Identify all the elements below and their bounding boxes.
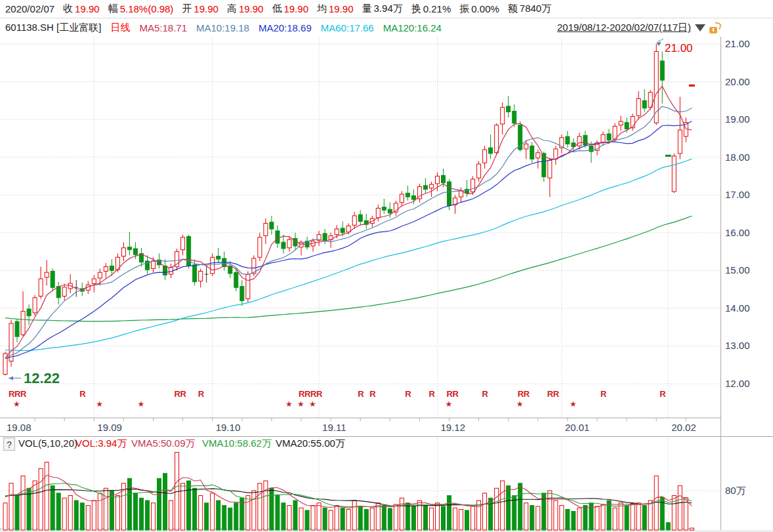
quote-field-2: 开19.90 bbox=[182, 3, 219, 15]
quote-info-bar: 2020/02/07 收19.90幅5.18%(0.98)开19.90高19.9… bbox=[0, 0, 773, 18]
svg-text:R: R bbox=[659, 389, 666, 399]
vma20-value: VMA20:55.00万 bbox=[276, 438, 345, 450]
svg-text:R: R bbox=[79, 389, 86, 399]
svg-text:19.10: 19.10 bbox=[216, 422, 241, 433]
candlestick-series bbox=[3, 44, 695, 375]
ma-label-1: MA10:19.18 bbox=[196, 22, 249, 33]
svg-text:18.00: 18.00 bbox=[725, 152, 750, 163]
svg-text:80万: 80万 bbox=[725, 485, 746, 496]
svg-text:R: R bbox=[553, 389, 560, 399]
quote-field-8: 振0.00% bbox=[459, 3, 499, 15]
vol-indicator-name: VOL(5,10,20) bbox=[18, 438, 77, 449]
svg-text:★: ★ bbox=[96, 399, 103, 409]
quote-field-0: 收19.90 bbox=[63, 3, 100, 15]
date-range-label[interactable]: 2019/08/12-2020/02/07(117日) bbox=[557, 22, 691, 34]
svg-text:15.00: 15.00 bbox=[725, 264, 750, 276]
vma5-value: VMA5:50.09万 bbox=[131, 438, 196, 450]
ma5-line bbox=[5, 86, 692, 358]
ma-label-0: MA5:18.71 bbox=[139, 22, 187, 33]
svg-text:17.00: 17.00 bbox=[725, 189, 750, 200]
unlock-icon[interactable] bbox=[709, 22, 719, 33]
svg-text:R: R bbox=[600, 389, 607, 399]
quote-field-1: 幅5.18%(0.98) bbox=[108, 3, 174, 15]
vol-value: VOL:3.94万 bbox=[75, 438, 127, 450]
ma20-line bbox=[5, 121, 692, 359]
svg-text:19.00: 19.00 bbox=[725, 113, 750, 125]
svg-text:21.00: 21.00 bbox=[665, 42, 693, 54]
price-axis-labels: 21.0020.0019.0018.0017.0016.0015.0014.00… bbox=[725, 38, 750, 496]
svg-text:16.00: 16.00 bbox=[725, 227, 750, 238]
svg-text:R: R bbox=[482, 389, 489, 399]
svg-text:13.00: 13.00 bbox=[725, 340, 750, 351]
time-axis-labels: 19.0819.0919.1019.1119.1220.0120.02 bbox=[7, 422, 696, 433]
svg-text:19.08: 19.08 bbox=[7, 422, 31, 433]
svg-text:20.00: 20.00 bbox=[725, 76, 750, 87]
svg-text:19.11: 19.11 bbox=[322, 422, 346, 433]
annotations-layer: 12.2221.00 bbox=[9, 39, 693, 386]
svg-text:★: ★ bbox=[570, 399, 577, 409]
svg-text:R: R bbox=[428, 389, 435, 399]
svg-text:12.00: 12.00 bbox=[725, 378, 750, 389]
volume-series bbox=[3, 453, 694, 531]
period-label[interactable]: 日线 bbox=[110, 22, 130, 34]
svg-text:★: ★ bbox=[137, 399, 144, 409]
svg-text:21.00: 21.00 bbox=[725, 38, 750, 49]
stock-chart-window: 2020/02/07 收19.90幅5.18%(0.98)开19.90高19.9… bbox=[0, 0, 773, 532]
vma10-value: VMA10:58.62万 bbox=[202, 438, 272, 450]
svg-text:★: ★ bbox=[285, 399, 293, 409]
svg-text:12.22: 12.22 bbox=[24, 370, 60, 386]
quote-field-9: 额7840万 bbox=[508, 3, 551, 15]
svg-text:★: ★ bbox=[309, 399, 316, 409]
ma-label-2: MA20:18.69 bbox=[259, 22, 312, 33]
svg-text:20.01: 20.01 bbox=[565, 422, 590, 433]
quote-field-4: 低19.90 bbox=[272, 3, 308, 15]
svg-text:R: R bbox=[316, 389, 323, 399]
svg-text:R: R bbox=[358, 389, 364, 399]
volume-indicator-bar: ? VOL(5,10,20) VOL:3.94万 VMA5:50.09万 VMA… bbox=[0, 438, 721, 452]
event-markers-layer: RRRRRRRRRRRRRRRRRRRRRRRR★★★★★★★★★ bbox=[9, 389, 666, 409]
svg-text:★: ★ bbox=[13, 399, 20, 409]
ma-label-4: MA120:16.24 bbox=[383, 22, 442, 33]
svg-text:R: R bbox=[369, 389, 376, 399]
quote-field-3: 高19.90 bbox=[227, 3, 264, 15]
svg-text:★: ★ bbox=[297, 399, 304, 409]
svg-text:R: R bbox=[180, 389, 187, 399]
ma-label-3: MA60:17.66 bbox=[321, 22, 374, 33]
svg-text:R: R bbox=[524, 389, 530, 399]
help-icon[interactable]: ? bbox=[3, 438, 15, 451]
quote-field-6: 量3.94万 bbox=[362, 3, 403, 15]
ma60-line bbox=[5, 159, 692, 350]
quote-date: 2020/02/07 bbox=[5, 3, 54, 14]
price-ma-lines bbox=[5, 86, 692, 358]
svg-text:R: R bbox=[20, 389, 27, 399]
symbol-name: 601138.SH [工业富联] bbox=[5, 22, 101, 34]
svg-text:R: R bbox=[405, 389, 411, 399]
chevron-down-icon[interactable] bbox=[695, 24, 705, 31]
svg-text:14.00: 14.00 bbox=[725, 302, 750, 314]
svg-text:★: ★ bbox=[516, 399, 524, 409]
vma10-line bbox=[5, 483, 692, 507]
svg-text:19.09: 19.09 bbox=[97, 422, 122, 433]
svg-text:R: R bbox=[198, 389, 205, 399]
svg-text:★: ★ bbox=[446, 399, 453, 409]
chart-canvas[interactable]: RRRRRRRRRRRRRRRRRRRRRRRR★★★★★★★★★21.0020… bbox=[0, 37, 773, 532]
date-range-control[interactable]: 2019/08/12-2020/02/07(117日) bbox=[557, 19, 719, 37]
quote-field-5: 均19.90 bbox=[317, 3, 354, 15]
quote-field-7: 换0.21% bbox=[411, 3, 451, 15]
svg-text:20.02: 20.02 bbox=[671, 422, 696, 433]
svg-text:19.12: 19.12 bbox=[440, 422, 465, 433]
svg-text:R: R bbox=[453, 389, 459, 399]
indicator-bar: 601138.SH [工业富联] 日线 MA5:18.71MA10:19.18M… bbox=[0, 19, 773, 37]
volume-ma-lines bbox=[5, 475, 692, 508]
